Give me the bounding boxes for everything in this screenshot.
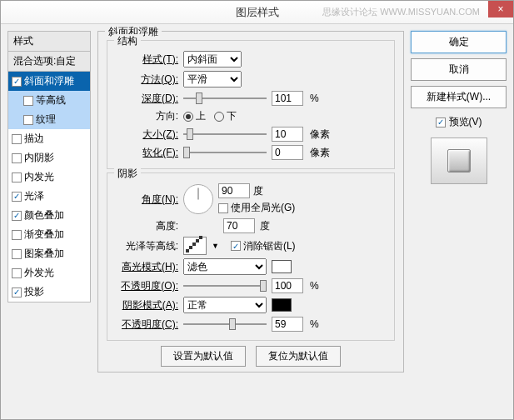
checkbox-icon[interactable] <box>23 96 33 106</box>
style-item-label: 斜面和浮雕 <box>24 74 74 88</box>
structure-fieldset: 结构 样式(T): 内斜面 方法(Q): 平滑 深度(D): % <box>107 40 395 169</box>
styles-list: 斜面和浮雕等高线纹理描边内阴影内发光光泽颜色叠加渐变叠加图案叠加外发光投影 <box>7 72 91 302</box>
checkbox-icon <box>218 203 228 213</box>
style-item-label: 渐变叠加 <box>24 228 64 242</box>
structure-legend: 结构 <box>114 34 141 48</box>
highlight-mode-select[interactable]: 滤色 <box>183 258 267 275</box>
new-style-button[interactable]: 新建样式(W)... <box>411 86 507 108</box>
style-item-label: 内阴影 <box>24 151 54 165</box>
style-item-5[interactable]: 内发光 <box>8 168 90 187</box>
checkbox-icon[interactable] <box>12 192 22 202</box>
opacity-unit: % <box>310 280 319 292</box>
layer-style-dialog: 图层样式 思缘设计论坛 WWW.MISSYUAN.COM × 样式 混合选项:自… <box>0 0 514 420</box>
style-item-0[interactable]: 斜面和浮雕 <box>8 72 90 91</box>
shadow-opacity-label: 不透明度(C): <box>116 318 178 332</box>
style-item-4[interactable]: 内阴影 <box>8 148 90 168</box>
close-button[interactable]: × <box>488 1 513 18</box>
style-item-10[interactable]: 外发光 <box>8 263 90 282</box>
style-item-label: 外发光 <box>24 266 54 280</box>
checkbox-icon <box>436 118 446 128</box>
soften-unit: 像素 <box>310 146 330 160</box>
style-item-7[interactable]: 颜色叠加 <box>8 206 90 225</box>
size-slider[interactable] <box>183 128 267 141</box>
style-select[interactable]: 内斜面 <box>183 51 242 68</box>
size-label: 大小(Z): <box>116 128 178 142</box>
shadow-opacity-slider[interactable] <box>183 318 267 331</box>
checkbox-icon[interactable] <box>12 249 22 259</box>
checkbox-icon[interactable] <box>12 172 22 182</box>
highlight-opacity-slider[interactable] <box>183 279 267 292</box>
altitude-input[interactable] <box>223 218 255 233</box>
checkbox-icon[interactable] <box>12 230 22 240</box>
checkbox-icon[interactable] <box>23 115 33 125</box>
style-item-8[interactable]: 渐变叠加 <box>8 225 90 244</box>
opacity-unit2: % <box>310 318 319 330</box>
depth-unit: % <box>310 92 319 104</box>
soften-slider[interactable] <box>183 146 267 159</box>
close-icon: × <box>497 3 503 15</box>
style-item-2[interactable]: 纹理 <box>8 110 90 129</box>
style-item-1[interactable]: 等高线 <box>8 91 90 110</box>
preview-checkbox[interactable]: 预览(V) <box>411 115 507 129</box>
main-panel: 斜面和浮雕 结构 样式(T): 内斜面 方法(Q): 平滑 深度(D): <box>97 31 404 412</box>
highlight-opacity-input[interactable] <box>272 278 303 293</box>
style-item-label: 等高线 <box>36 93 66 108</box>
highlight-opacity-label: 不透明度(O): <box>116 279 178 293</box>
depth-slider[interactable] <box>183 92 267 105</box>
style-item-11[interactable]: 投影 <box>8 282 90 302</box>
dialog-title: 图层样式 <box>236 5 279 20</box>
shadow-color-swatch[interactable] <box>272 298 292 312</box>
make-default-button[interactable]: 设置为默认值 <box>161 346 246 367</box>
watermark: 思缘设计论坛 WWW.MISSYUAN.COM <box>322 6 480 18</box>
checkbox-icon[interactable] <box>12 211 22 221</box>
style-label: 样式(T): <box>116 52 178 67</box>
depth-input[interactable] <box>272 91 303 106</box>
styles-header[interactable]: 样式 <box>7 31 91 52</box>
shading-fieldset: 阴影 角度(N): 度 使用全局光(G) <box>107 172 395 341</box>
style-item-6[interactable]: 光泽 <box>8 187 90 206</box>
direction-up-radio[interactable]: 上 <box>183 109 206 123</box>
chevron-down-icon[interactable]: ▼ <box>212 242 219 250</box>
checkbox-icon[interactable] <box>12 288 22 298</box>
checkbox-icon[interactable] <box>12 153 22 163</box>
checkbox-icon <box>231 241 241 251</box>
highlight-color-swatch[interactable] <box>272 260 292 273</box>
direction-down-radio[interactable]: 下 <box>214 109 237 123</box>
style-item-3[interactable]: 描边 <box>8 129 90 148</box>
shadow-opacity-input[interactable] <box>272 317 303 332</box>
reset-default-button[interactable]: 复位为默认值 <box>256 346 341 367</box>
checkbox-icon[interactable] <box>12 268 22 278</box>
titlebar: 图层样式 思缘设计论坛 WWW.MISSYUAN.COM × <box>1 1 513 24</box>
blend-options[interactable]: 混合选项:自定 <box>7 52 91 72</box>
styles-panel: 样式 混合选项:自定 斜面和浮雕等高线纹理描边内阴影内发光光泽颜色叠加渐变叠加图… <box>7 31 91 412</box>
size-unit: 像素 <box>310 128 330 142</box>
style-item-label: 颜色叠加 <box>24 208 64 222</box>
antialias-checkbox[interactable]: 消除锯齿(L) <box>231 239 296 253</box>
angle-dial[interactable] <box>183 184 213 214</box>
style-item-label: 图案叠加 <box>24 247 64 261</box>
checkbox-icon[interactable] <box>12 77 22 87</box>
ok-button[interactable]: 确定 <box>411 31 507 53</box>
shading-legend: 阴影 <box>114 167 141 181</box>
gloss-contour[interactable] <box>183 237 207 255</box>
soften-label: 软化(F): <box>116 146 178 160</box>
checkbox-icon[interactable] <box>12 134 22 144</box>
style-item-label: 内发光 <box>24 170 54 184</box>
method-select[interactable]: 平滑 <box>183 71 242 88</box>
style-item-label: 投影 <box>24 285 44 299</box>
shadow-mode-select[interactable]: 正常 <box>183 297 267 313</box>
style-item-label: 光泽 <box>24 189 44 203</box>
style-item-9[interactable]: 图案叠加 <box>8 244 90 263</box>
preview-inner <box>447 149 471 172</box>
soften-input[interactable] <box>272 145 303 160</box>
radio-icon <box>183 112 193 122</box>
style-item-label: 纹理 <box>36 112 56 127</box>
angle-label: 角度(N): <box>116 192 178 207</box>
altitude-unit: 度 <box>260 219 270 233</box>
angle-input[interactable] <box>218 183 250 198</box>
method-label: 方法(Q): <box>116 72 178 87</box>
size-input[interactable] <box>272 127 303 142</box>
global-light-checkbox[interactable]: 使用全局光(G) <box>218 201 295 215</box>
preview-thumbnail <box>431 138 487 184</box>
cancel-button[interactable]: 取消 <box>411 58 507 81</box>
